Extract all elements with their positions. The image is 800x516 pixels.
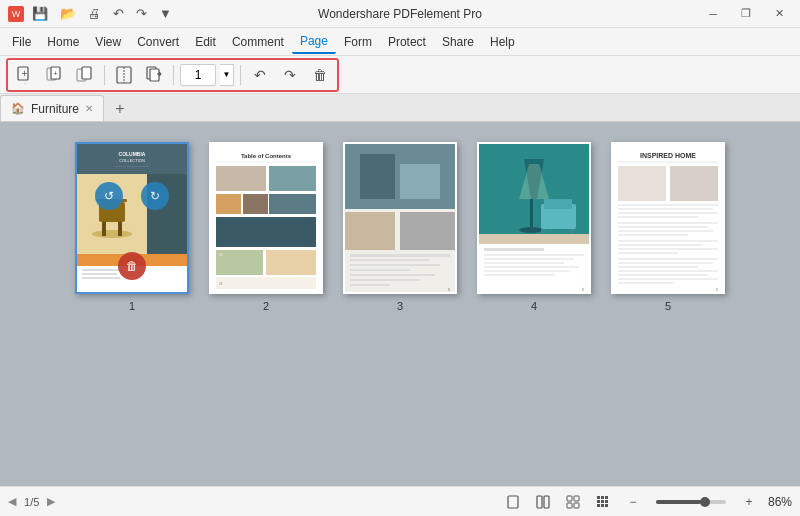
zoom-level: 86% — [768, 495, 792, 509]
svg-rect-77 — [484, 270, 569, 272]
page-thumb-5[interactable]: INSPIRED HOME — [611, 142, 725, 312]
single-page-view-button[interactable] — [502, 491, 524, 513]
svg-rect-94 — [618, 244, 703, 246]
svg-rect-88 — [618, 216, 698, 218]
page-image-5[interactable]: INSPIRED HOME — [611, 142, 725, 294]
svg-rect-108 — [567, 496, 572, 501]
extract-page-button[interactable] — [141, 62, 167, 88]
svg-rect-74 — [484, 258, 574, 260]
page-dropdown[interactable]: ▼ — [220, 64, 234, 86]
status-right: − + 86% — [502, 491, 792, 513]
zoom-slider-handle — [700, 497, 710, 507]
page-image-3[interactable]: 8 — [343, 142, 457, 294]
zoom-out-button[interactable]: − — [622, 491, 644, 513]
zoom-slider-fill — [656, 500, 702, 504]
svg-rect-11 — [150, 69, 159, 81]
svg-rect-97 — [618, 258, 718, 260]
svg-rect-100 — [618, 270, 718, 272]
svg-rect-37 — [216, 194, 241, 214]
open-icon[interactable]: 📂 — [56, 4, 80, 23]
menu-comment[interactable]: Comment — [224, 31, 292, 53]
svg-rect-67 — [544, 199, 572, 209]
svg-rect-70 — [479, 234, 589, 244]
page-thumb-4[interactable]: 8 4 — [477, 142, 591, 312]
grid-view-button[interactable] — [562, 491, 584, 513]
page-image-4[interactable]: 8 — [477, 142, 591, 294]
menu-convert[interactable]: Convert — [129, 31, 187, 53]
svg-rect-95 — [618, 248, 718, 250]
new-tab-button[interactable]: + — [108, 97, 132, 121]
page-tools-group: ++ + — [6, 58, 339, 92]
menu-page[interactable]: Page — [292, 30, 336, 54]
svg-rect-53 — [350, 259, 430, 261]
quick-access-icon[interactable]: ▼ — [155, 4, 176, 23]
save-icon[interactable]: 💾 — [28, 4, 52, 23]
page-thumb-2[interactable]: Table of Contents 24 36 2 — [209, 142, 323, 312]
zoom-slider[interactable] — [656, 500, 726, 504]
svg-rect-54 — [350, 264, 440, 266]
document-tab[interactable]: 🏠 Furniture ✕ — [0, 95, 104, 121]
redo-title-icon[interactable]: ↷ — [132, 4, 151, 23]
page-number-input[interactable] — [180, 64, 216, 86]
restore-button[interactable]: ❐ — [733, 5, 759, 22]
menu-share[interactable]: Share — [434, 31, 482, 53]
svg-rect-75 — [484, 262, 564, 264]
tab-close-button[interactable]: ✕ — [85, 103, 93, 114]
close-button[interactable]: ✕ — [767, 5, 792, 22]
rotate-left-overlay[interactable]: ↺ — [95, 182, 123, 210]
menu-bar: File Home View Convert Edit Comment Page… — [0, 28, 800, 56]
svg-text:36: 36 — [219, 253, 223, 257]
redo-button[interactable]: ↷ — [277, 62, 303, 88]
svg-rect-35 — [216, 166, 266, 191]
title-bar: W 💾 📂 🖨 ↶ ↷ ▼ Wondershare PDFelement Pro… — [0, 0, 800, 28]
svg-rect-103 — [618, 282, 673, 284]
page-image-2[interactable]: Table of Contents 24 36 — [209, 142, 323, 294]
page-thumb-1[interactable]: COLUMBIA COLLECTION — — — — — — — — — — [75, 142, 189, 312]
status-bar: ◀ 1/5 ▶ — [0, 486, 800, 516]
thumbnail-view-button[interactable] — [592, 491, 614, 513]
page-thumb-3[interactable]: 8 3 — [343, 142, 457, 312]
menu-file[interactable]: File — [4, 31, 39, 53]
svg-rect-7 — [82, 67, 91, 79]
page-image-1[interactable]: COLUMBIA COLLECTION — — — — — — — — — — [75, 142, 189, 294]
toolbar: ++ + — [0, 56, 800, 94]
delete-page-button[interactable]: 🗑 — [307, 62, 333, 88]
menu-home[interactable]: Home — [39, 31, 87, 53]
main-content: COLUMBIA COLLECTION — — — — — — — — — — [0, 122, 800, 486]
page-num-2: 2 — [263, 300, 269, 312]
window-controls: ─ ❐ ✕ — [701, 5, 792, 22]
svg-rect-120 — [605, 504, 608, 507]
svg-rect-63 — [530, 199, 533, 229]
svg-rect-110 — [567, 503, 572, 508]
menu-view[interactable]: View — [87, 31, 129, 53]
svg-rect-111 — [574, 503, 579, 508]
current-page: 1 — [24, 496, 30, 508]
undo-button[interactable]: ↶ — [247, 62, 273, 88]
minimize-button[interactable]: ─ — [701, 6, 725, 22]
svg-rect-73 — [484, 254, 584, 256]
insert-pages-button[interactable]: + — [42, 62, 68, 88]
rotate-right-overlay[interactable]: ↻ — [141, 182, 169, 210]
insert-page-button[interactable]: ++ — [12, 62, 38, 88]
svg-rect-48 — [360, 154, 395, 199]
svg-rect-119 — [601, 504, 604, 507]
duplicate-page-button[interactable] — [72, 62, 98, 88]
menu-form[interactable]: Form — [336, 31, 380, 53]
menu-help[interactable]: Help — [482, 31, 523, 53]
two-page-view-button[interactable] — [532, 491, 554, 513]
svg-rect-93 — [618, 240, 718, 242]
svg-rect-78 — [484, 274, 554, 276]
undo-title-icon[interactable]: ↶ — [109, 4, 128, 23]
menu-protect[interactable]: Protect — [380, 31, 434, 53]
split-page-button[interactable] — [111, 62, 137, 88]
page-num-3: 3 — [397, 300, 403, 312]
svg-text:+: + — [23, 81, 28, 84]
svg-rect-85 — [618, 204, 718, 206]
zoom-in-button[interactable]: + — [738, 491, 760, 513]
menu-edit[interactable]: Edit — [187, 31, 224, 53]
svg-rect-41 — [216, 250, 263, 275]
svg-text:INSPIRED HOME: INSPIRED HOME — [640, 152, 696, 159]
print-icon[interactable]: 🖨 — [84, 4, 105, 23]
tab-bar: 🏠 Furniture ✕ + — [0, 94, 800, 122]
delete-overlay[interactable]: 🗑 — [118, 252, 146, 280]
